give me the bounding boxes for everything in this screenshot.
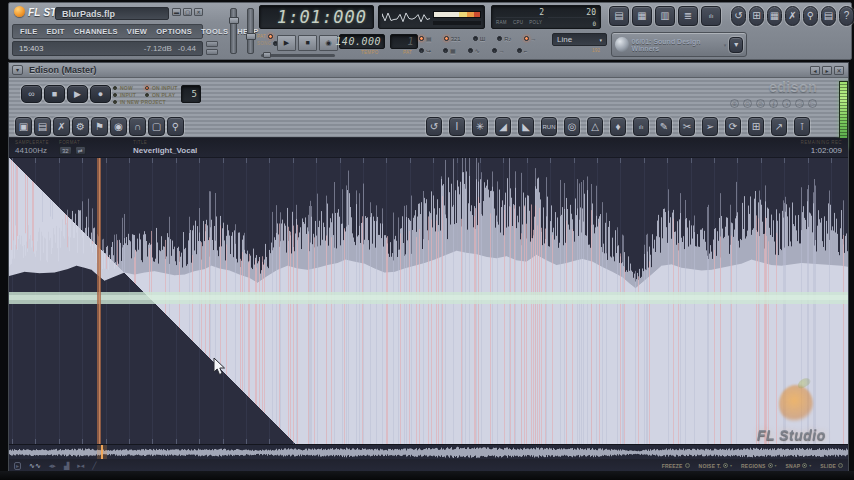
help-button[interactable]: ? xyxy=(839,6,854,26)
overdub-toggle[interactable]: ↪ xyxy=(419,47,431,54)
master-volume-slider[interactable] xyxy=(230,8,237,54)
record-on-play-option[interactable]: ON PLAY xyxy=(145,91,178,98)
master-pitch-slider[interactable] xyxy=(247,8,254,54)
zoom-button[interactable]: ⚲ xyxy=(167,117,184,136)
tools-button[interactable]: ✗ xyxy=(785,6,800,26)
marker-button[interactable]: ⚑ xyxy=(91,117,108,136)
hint-down-button[interactable] xyxy=(206,49,218,55)
denoise-button[interactable]: ♦ xyxy=(610,117,626,136)
draw-button[interactable]: ✎ xyxy=(656,117,672,136)
time-tool-button[interactable]: ⊺ xyxy=(794,117,810,136)
scroll-back-button[interactable]: ◂▸ xyxy=(49,462,56,469)
browser-button[interactable]: ≣ xyxy=(678,6,698,26)
file-button[interactable]: ▤ xyxy=(34,117,51,136)
play-button[interactable]: ▶ xyxy=(67,85,88,103)
export-button[interactable]: ⊞ xyxy=(748,117,764,136)
menu-tools[interactable]: TOOLS xyxy=(201,27,228,36)
step-sequencer-button[interactable]: ▦ xyxy=(632,6,652,26)
record-in-new-project-option[interactable]: IN NEW PROJECT xyxy=(113,98,166,105)
convert-button[interactable]: ⟳ xyxy=(725,117,741,136)
rec-count-display[interactable]: 5 xyxy=(181,85,201,103)
edison-window: ▾ Edison (Master) ◂▸✕ ∞■▶● NOWINPUTIN NE… xyxy=(8,62,849,471)
nav-left-button[interactable]: ◂ xyxy=(810,66,820,75)
metronome-toggle[interactable]: Ш xyxy=(473,35,486,42)
pedal-toggle[interactable]: ⌐ xyxy=(517,47,528,54)
stop-button[interactable]: ■ xyxy=(298,35,317,51)
typing-keyboard-toggle[interactable]: ▤ xyxy=(419,35,432,42)
tempo-display[interactable]: 140.000 xyxy=(339,34,385,49)
shuffle-slider[interactable] xyxy=(261,54,335,57)
audio-input-select[interactable]: Line▾ xyxy=(552,33,607,46)
time-display[interactable]: 1:01:000 xyxy=(259,5,374,29)
pat-song-switch[interactable]: PAT SONG xyxy=(257,34,278,46)
select-button[interactable]: ▢ xyxy=(148,117,165,136)
center-view-button[interactable]: ▸◂ xyxy=(77,462,84,469)
stop-button[interactable]: ■ xyxy=(44,85,65,103)
record-on-input-option[interactable]: ON INPUT xyxy=(145,84,178,91)
bit-depth-chip[interactable]: 32 xyxy=(59,146,72,155)
fade-out-button[interactable]: ◣ xyxy=(518,117,534,136)
amplify-button[interactable]: △ xyxy=(587,117,603,136)
menu-file[interactable]: FILE xyxy=(20,27,37,36)
brush-button[interactable]: ➢ xyxy=(702,117,718,136)
follow-toggle[interactable]: → xyxy=(492,47,505,54)
snap-toggle[interactable]: SNAP ▾ xyxy=(786,463,812,469)
mini-play-button[interactable]: ▸ xyxy=(14,462,21,470)
cut-button[interactable]: ✂ xyxy=(679,117,695,136)
note-record-toggle[interactable]: ▦ xyxy=(443,47,456,54)
loop-record-toggle[interactable]: R♪ xyxy=(497,35,511,42)
equalize-button[interactable]: ◎ xyxy=(564,117,580,136)
pattern-display[interactable]: 1 xyxy=(390,34,418,49)
snap-button[interactable]: ∩ xyxy=(129,117,146,136)
close-button[interactable]: ✕ xyxy=(834,66,844,75)
freeze-toggle[interactable]: FREEZE ▾ xyxy=(662,463,690,469)
zoom-tool-button[interactable]: ⚲ xyxy=(803,6,818,26)
hint-up-button[interactable] xyxy=(206,41,218,47)
sample-title[interactable]: Neverlight_Vocal xyxy=(133,146,197,155)
settings-button[interactable]: ⚙ xyxy=(72,117,89,136)
edit-tools-button[interactable]: ✗ xyxy=(53,117,70,136)
run-script-button[interactable]: RUN xyxy=(541,117,557,136)
menu-options[interactable]: OPTIONS xyxy=(156,27,192,36)
undo-button[interactable]: ↺ xyxy=(731,6,746,26)
save-button[interactable]: ▦ xyxy=(767,6,782,26)
select-tool-button[interactable]: I xyxy=(449,117,465,136)
menu-channels[interactable]: CHANNELS xyxy=(74,27,118,36)
loop-button[interactable]: ∞ xyxy=(21,85,42,103)
spectrum-view-button[interactable]: ▟ xyxy=(64,462,69,469)
overview-strip[interactable] xyxy=(9,444,848,460)
noise-threshold-toggle[interactable]: NOISE T. ▾ xyxy=(699,463,732,469)
play-button[interactable]: ▶ xyxy=(277,35,296,51)
view-button[interactable]: ◉ xyxy=(110,117,127,136)
regions-toggle[interactable]: REGIONS ▾ xyxy=(741,463,776,469)
plugin-menu-button[interactable]: ▾ xyxy=(12,65,23,75)
record-button[interactable]: ● xyxy=(90,85,111,103)
close-button[interactable]: ✕ xyxy=(194,8,203,16)
playlist-button[interactable]: ▤ xyxy=(609,6,629,26)
save-button[interactable]: ▣ xyxy=(15,117,32,136)
maximize-button[interactable]: ▢ xyxy=(183,8,192,16)
step-edit-toggle[interactable]: → xyxy=(524,35,537,42)
fade-in-button[interactable]: ◢ xyxy=(495,117,511,136)
waveform-canvas[interactable] xyxy=(9,158,848,444)
stats-button[interactable]: ılı xyxy=(633,117,649,136)
curve-toggle[interactable]: ∿ xyxy=(468,47,480,54)
send-to-playlist-button[interactable]: ↗ xyxy=(771,117,787,136)
slide-toggle[interactable]: SLIDE ▾ xyxy=(820,463,843,469)
minimize-button[interactable]: ▬ xyxy=(172,8,181,16)
preview-play-button[interactable]: ▼ xyxy=(729,37,743,53)
save-as-button[interactable]: ⊞ xyxy=(749,6,764,26)
piano-roll-button[interactable]: ▥ xyxy=(655,6,675,26)
countdown-toggle[interactable]: 321 xyxy=(444,35,461,42)
channels-chip[interactable]: ⇄ xyxy=(75,146,86,155)
blur-button[interactable]: ✳ xyxy=(472,117,488,136)
mixer-button[interactable]: ılı xyxy=(701,6,721,26)
sample-preview-panel[interactable]: 06/01: Sound Design Winners ▾ ▼ xyxy=(611,32,747,57)
menu-edit[interactable]: EDIT xyxy=(46,27,64,36)
nav-right-button[interactable]: ▸ xyxy=(822,66,832,75)
wave-view-button[interactable]: ∿∿ xyxy=(29,462,41,469)
undo-button[interactable]: ↺ xyxy=(426,117,442,136)
slope-button[interactable]: ╱ xyxy=(92,462,96,469)
notes-button[interactable]: ▤ xyxy=(821,6,836,26)
menu-view[interactable]: VIEW xyxy=(127,27,147,36)
